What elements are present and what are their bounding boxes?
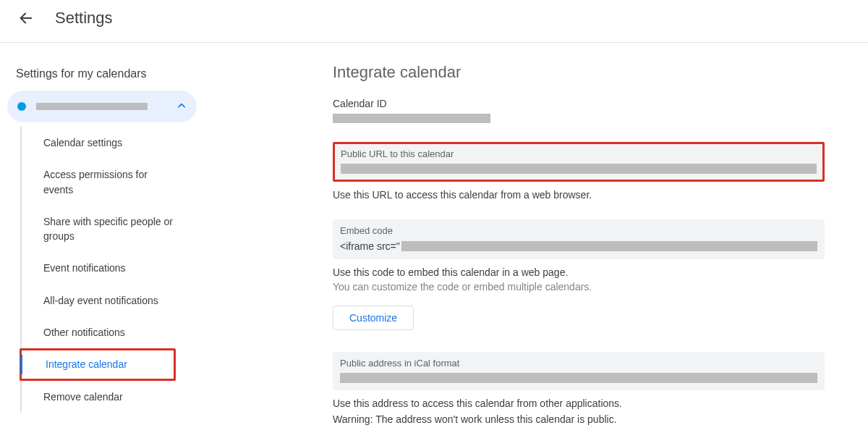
embed-prefix: <iframe src=": [340, 240, 400, 252]
sidebar-list: Calendar settings Access permissions for…: [20, 127, 203, 413]
sidebar-item-other-notifications[interactable]: Other notifications: [22, 316, 188, 348]
back-arrow-icon[interactable]: [17, 9, 35, 27]
embed-help-1: Use this code to embed this calendar in …: [333, 266, 825, 278]
sidebar-item-calendar-settings[interactable]: Calendar settings: [22, 127, 188, 159]
ical-label: Public address in iCal format: [340, 358, 817, 369]
section-title: Integrate calendar: [333, 63, 825, 82]
public-url-label: Public URL to this calendar: [341, 148, 817, 159]
sidebar-heading: Settings for my calendars: [13, 62, 203, 91]
calendar-color-dot: [17, 102, 26, 111]
header: Settings: [0, 0, 868, 43]
sidebar-item-allday-notifications[interactable]: All-day event notifications: [22, 285, 188, 316]
embed-help-2: You can customize the code or embed mult…: [333, 281, 825, 293]
embed-label: Embed code: [340, 225, 817, 236]
sidebar-item-remove-calendar[interactable]: Remove calendar: [22, 381, 188, 413]
sidebar-item-share[interactable]: Share with specific people or groups: [22, 206, 188, 253]
ical-help: Use this address to access this calendar…: [333, 398, 825, 409]
ical-warning: Warning: The address won't work unless t…: [333, 413, 825, 425]
embed-redacted[interactable]: [401, 241, 817, 251]
calendar-id-redacted: [333, 114, 490, 123]
public-url-help: Use this URL to access this calendar fro…: [333, 189, 825, 201]
calendar-name-redacted: [36, 103, 148, 110]
sidebar-item-access-permissions[interactable]: Access permissions for events: [22, 159, 188, 206]
public-url-redacted[interactable]: [341, 164, 817, 174]
main-content: Integrate calendar Calendar ID Public UR…: [203, 62, 854, 433]
sidebar-item-integrate-calendar[interactable]: Integrate calendar: [20, 348, 176, 380]
customize-button[interactable]: Customize: [333, 306, 414, 330]
ical-card: Public address in iCal format: [333, 352, 825, 390]
sidebar: Settings for my calendars Calendar setti…: [0, 62, 203, 433]
embed-card: Embed code <iframe src=": [333, 219, 825, 259]
public-url-card: Public URL to this calendar: [333, 142, 825, 182]
calendar-toggle[interactable]: [7, 91, 197, 122]
calendar-id-label: Calendar ID: [333, 98, 825, 109]
chevron-up-icon: [176, 101, 187, 113]
ical-redacted[interactable]: [340, 373, 817, 383]
sidebar-item-event-notifications[interactable]: Event notifications: [22, 252, 188, 284]
page-title: Settings: [55, 9, 113, 28]
